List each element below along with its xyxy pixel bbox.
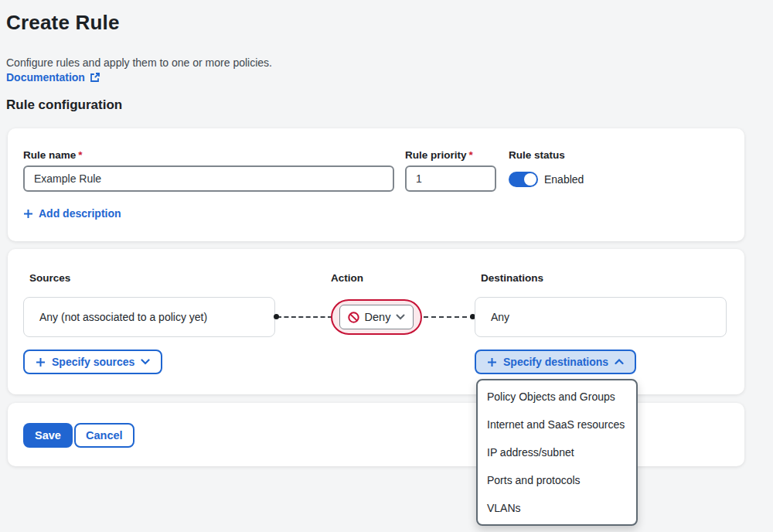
menu-item-ip-address-subnet[interactable]: IP address/subnet — [478, 438, 636, 466]
menu-item-policy-objects-and-groups[interactable]: Policy Objects and Groups — [478, 383, 636, 411]
destinations-label: Destinations — [481, 272, 543, 284]
action-label: Action — [331, 272, 363, 284]
specify-sources-button[interactable]: Specify sources — [23, 350, 162, 374]
destinations-value: Any — [491, 311, 509, 323]
connector-line-right — [424, 316, 475, 318]
action-deny-highlight: Deny — [331, 299, 422, 335]
rule-status-value: Enabled — [544, 173, 584, 186]
required-asterisk: * — [469, 149, 473, 161]
required-asterisk: * — [78, 149, 82, 161]
rule-status-toggle[interactable] — [509, 172, 538, 187]
create-rule-page: Create Rule Configure rules and apply th… — [0, 0, 773, 532]
menu-item-ports-and-protocols[interactable]: Ports and protocols — [478, 466, 636, 494]
chevron-up-icon — [615, 359, 624, 365]
add-description-button[interactable]: Add description — [23, 207, 121, 220]
page-title: Create Rule — [6, 11, 120, 35]
menu-item-internet-and-saas-resources[interactable]: Internet and SaaS resources — [478, 411, 636, 438]
sources-value-box: Any (not associated to a policy yet) — [23, 297, 275, 337]
destinations-value-box: Any — [475, 297, 727, 337]
documentation-link-label: Documentation — [6, 71, 85, 84]
plus-icon — [23, 209, 33, 219]
documentation-link[interactable]: Documentation — [6, 71, 100, 84]
plus-icon — [36, 357, 46, 367]
connector-dot-left — [274, 314, 279, 319]
cancel-button[interactable]: Cancel — [74, 423, 135, 448]
action-value: Deny — [365, 311, 391, 323]
add-description-label: Add description — [39, 207, 121, 220]
rule-name-input[interactable] — [23, 165, 394, 192]
rule-name-label: Rule name* — [23, 149, 83, 161]
rule-priority-input[interactable] — [405, 165, 496, 192]
sources-value: Any (not associated to a policy yet) — [39, 311, 207, 323]
section-heading-rule-configuration: Rule configuration — [6, 97, 122, 113]
rule-status-label: Rule status — [509, 149, 565, 161]
external-link-icon — [90, 72, 100, 83]
chevron-down-icon — [396, 314, 405, 320]
specify-destinations-button[interactable]: Specify destinations — [475, 350, 636, 374]
plus-icon — [487, 357, 497, 367]
action-select[interactable]: Deny — [339, 305, 414, 329]
toggle-knob — [524, 173, 536, 186]
rule-priority-label: Rule priority* — [405, 149, 473, 161]
specify-destinations-menu: Policy Objects and Groups Internet and S… — [476, 379, 638, 526]
chevron-down-icon — [141, 359, 150, 365]
save-button[interactable]: Save — [23, 423, 73, 448]
rule-details-card: Rule name* Rule priority* Rule status En… — [8, 128, 744, 241]
connector-line-left — [277, 316, 332, 318]
sources-label: Sources — [29, 272, 70, 284]
specify-destinations-label: Specify destinations — [503, 356, 608, 368]
specify-sources-label: Specify sources — [52, 356, 135, 368]
menu-item-vlans[interactable]: VLANs — [478, 494, 636, 522]
page-subtitle: Configure rules and apply them to one or… — [6, 56, 272, 69]
deny-icon — [348, 312, 359, 323]
